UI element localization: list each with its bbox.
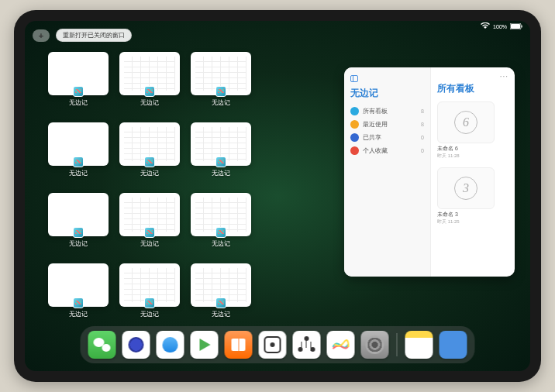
category-favorites[interactable]: 个人收藏 0 xyxy=(350,144,424,157)
freeform-app-icon xyxy=(215,86,226,97)
thumbnail-label: 无边记 xyxy=(69,98,88,107)
settings-icon[interactable] xyxy=(361,331,389,359)
thumbnail-label: 无边记 xyxy=(140,310,159,318)
wifi-icon xyxy=(481,22,490,31)
freeform-app-icon xyxy=(144,227,155,238)
panel-right-title: 所有看板 xyxy=(437,82,508,95)
freeform-app-icon xyxy=(215,227,226,238)
board-preview: 3 xyxy=(437,167,495,209)
thumbnail-label: 无边记 xyxy=(212,310,230,318)
quark-icon[interactable] xyxy=(122,331,150,359)
more-icon[interactable]: ··· xyxy=(437,72,508,81)
board-item[interactable]: 6 未命名 6 昨天 11:28 xyxy=(437,101,508,160)
thumbnail-label: 无边记 xyxy=(212,98,230,107)
board-time: 昨天 11:28 xyxy=(437,153,508,160)
freeform-app-icon xyxy=(144,86,155,97)
freeform-app-icon xyxy=(215,297,226,308)
thumbnail-label: 无边记 xyxy=(140,169,159,177)
freeform-app-icon xyxy=(144,156,155,167)
category-all-boards[interactable]: 所有看板 8 xyxy=(350,105,424,118)
category-shared[interactable]: 已共享 0 xyxy=(350,131,424,144)
freeform-app-icon xyxy=(215,156,226,167)
grid-icon xyxy=(350,107,359,115)
freeform-panel[interactable]: 无边记 所有看板 8 最近使用 8 已共享 0 xyxy=(344,67,515,277)
nodes-icon[interactable] xyxy=(293,331,321,359)
window-thumbnail[interactable]: 无边记 xyxy=(191,193,251,248)
wechat-icon[interactable] xyxy=(88,331,116,359)
notes-icon[interactable] xyxy=(405,331,433,359)
battery-text: 100% xyxy=(493,24,507,29)
board-item[interactable]: 3 未命名 3 昨天 11:25 xyxy=(437,167,508,225)
svg-rect-2 xyxy=(522,25,522,27)
thumbnail-label: 无边记 xyxy=(69,169,88,177)
window-grid: 无边记 无边记 无边记 无边记 无边记 无边记 无边记 无边记 无边记 无边记 … xyxy=(48,52,327,318)
window-thumbnail[interactable]: 无边记 xyxy=(119,193,180,248)
thumbnail-label: 无边记 xyxy=(140,98,159,107)
reopen-closed-window-button[interactable]: 重新打开已关闭的窗口 xyxy=(56,29,132,42)
clock-icon xyxy=(350,120,359,129)
top-bar: + 重新打开已关闭的窗口 xyxy=(33,29,132,42)
window-thumbnail[interactable]: 无边记 xyxy=(119,263,180,318)
panel-left-title: 无边记 xyxy=(350,87,424,100)
freeform-app-icon xyxy=(73,227,84,238)
window-thumbnail[interactable]: 无边记 xyxy=(48,193,109,248)
window-thumbnail[interactable]: 无边记 xyxy=(48,263,109,318)
dock xyxy=(81,326,475,363)
ipad-frame: 100% + 重新打开已关闭的窗口 无边记 无边记 无边记 无边记 无边记 无边… xyxy=(14,10,541,382)
freeform-app-icon xyxy=(73,297,84,308)
screen: 100% + 重新打开已关闭的窗口 无边记 无边记 无边记 无边记 无边记 无边… xyxy=(25,21,530,371)
app-folder-icon[interactable] xyxy=(440,331,467,359)
window-thumbnail[interactable]: 无边记 xyxy=(191,122,251,177)
window-thumbnail[interactable]: 无边记 xyxy=(191,263,251,318)
battery-icon xyxy=(510,23,522,31)
sidebar-toggle-icon[interactable] xyxy=(350,75,358,82)
new-window-button[interactable]: + xyxy=(33,29,50,42)
books-icon[interactable] xyxy=(225,331,253,359)
freeform-icon[interactable] xyxy=(327,331,355,359)
board-time: 昨天 11:25 xyxy=(437,218,508,225)
status-bar: 100% xyxy=(481,22,522,31)
window-thumbnail[interactable]: 无边记 xyxy=(48,122,109,177)
play-icon[interactable] xyxy=(191,331,219,359)
panel-content: ··· 所有看板 6 未命名 6 昨天 11:28 3 未命名 3 昨天 11:… xyxy=(431,67,515,277)
window-thumbnail[interactable]: 无边记 xyxy=(191,52,251,107)
dock-separator xyxy=(397,333,398,356)
board-name: 未命名 6 xyxy=(437,145,508,153)
category-recent[interactable]: 最近使用 8 xyxy=(350,118,424,131)
thumbnail-label: 无边记 xyxy=(69,239,88,248)
svg-rect-1 xyxy=(511,24,520,29)
panel-sidebar: 无边记 所有看板 8 最近使用 8 已共享 0 xyxy=(344,67,431,277)
freeform-app-icon xyxy=(73,156,84,167)
freeform-app-icon xyxy=(144,297,155,308)
window-thumbnail[interactable]: 无边记 xyxy=(48,52,109,107)
dice-icon[interactable] xyxy=(259,331,287,359)
window-thumbnail[interactable]: 无边记 xyxy=(119,122,180,177)
board-name: 未命名 3 xyxy=(437,211,508,218)
thumbnail-label: 无边记 xyxy=(212,239,230,248)
thumbnail-label: 无边记 xyxy=(69,310,88,318)
heart-icon xyxy=(350,146,359,155)
window-thumbnail[interactable]: 无边记 xyxy=(119,52,180,107)
board-preview: 6 xyxy=(437,101,495,143)
qqbrowser-icon[interactable] xyxy=(157,331,184,359)
freeform-app-icon xyxy=(73,86,84,97)
thumbnail-label: 无边记 xyxy=(140,239,159,248)
person-icon xyxy=(350,133,359,142)
thumbnail-label: 无边记 xyxy=(212,169,230,177)
